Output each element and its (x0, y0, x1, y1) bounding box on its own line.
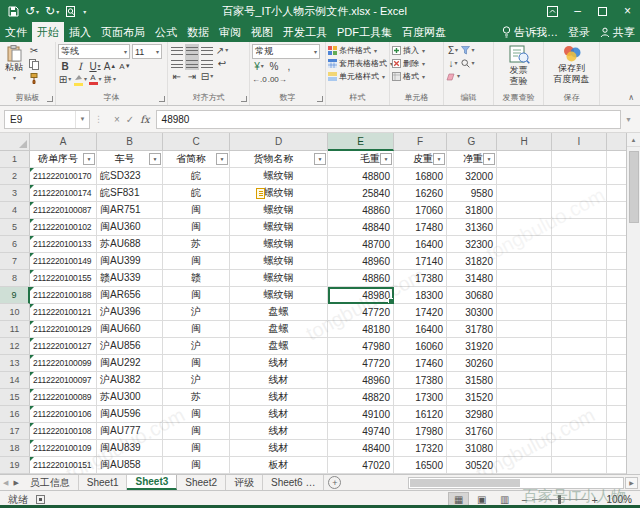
cell-F13[interactable]: 17460 (394, 355, 447, 372)
cell-I2[interactable] (552, 168, 607, 185)
column-header-F[interactable]: F (394, 133, 447, 151)
cell-G18[interactable]: 31080 (447, 440, 497, 457)
cell-E14[interactable]: 48960 (328, 372, 394, 389)
cell-H3[interactable] (497, 185, 552, 202)
cell-A14[interactable]: 2112220100097 (30, 372, 97, 389)
ribbon-display-options-icon[interactable] (540, 0, 565, 22)
cell-H15[interactable] (497, 389, 552, 406)
cell-C8[interactable]: 赣 (163, 270, 230, 287)
cell-D4[interactable]: 螺纹钢 (230, 202, 328, 219)
align-top-icon[interactable] (170, 44, 184, 57)
cell-E10[interactable]: 47720 (328, 304, 394, 321)
row-header-8[interactable]: 8 (0, 270, 30, 287)
cell-I19[interactable] (552, 457, 607, 474)
phonetic-guide-icon[interactable]: 拼▾ (103, 73, 117, 86)
cell-H12[interactable] (497, 338, 552, 355)
name-box-dropdown-icon[interactable]: ▼ (75, 111, 89, 128)
cell-F16[interactable]: 16120 (394, 406, 447, 423)
filter-dropdown-icon[interactable]: ▼ (83, 153, 95, 165)
cell-A11[interactable]: 2112220100129 (30, 321, 97, 338)
cell-D3[interactable]: 螺纹钢 (230, 185, 328, 202)
collapse-ribbon-icon[interactable]: ∧ (628, 93, 634, 102)
comma-style-icon[interactable]: , (282, 60, 296, 73)
cell-B8[interactable]: 赣AU339 (97, 270, 163, 287)
format-cells-button[interactable]: 格式▾ (392, 70, 441, 83)
delete-cells-button[interactable]: 删除▾ (392, 57, 441, 70)
decrease-indent-icon[interactable]: ⇤ (170, 70, 184, 83)
cell-H1[interactable] (497, 151, 552, 168)
select-all-corner[interactable] (0, 133, 30, 151)
ribbon-tab-PDF工具集[interactable]: PDF工具集 (332, 22, 397, 42)
cell-I7[interactable] (552, 253, 607, 270)
cell-D13[interactable]: 线材 (230, 355, 328, 372)
underline-button[interactable]: U▾ (88, 60, 102, 73)
cell-E15[interactable]: 48820 (328, 389, 394, 406)
cell-C11[interactable]: 闽 (163, 321, 230, 338)
scroll-up-icon[interactable]: ▲ (627, 133, 640, 147)
ribbon-tab-开发工具[interactable]: 开发工具 (278, 22, 332, 42)
cell-B9[interactable]: 闽AR656 (97, 287, 163, 304)
save-to-baidu-button[interactable]: 保存到百度网盘 (551, 44, 593, 86)
cell-I13[interactable] (552, 355, 607, 372)
cell-I3[interactable] (552, 185, 607, 202)
cell-E7[interactable]: 48960 (328, 253, 394, 270)
formula-input[interactable]: 48980 (156, 110, 621, 129)
cell-H13[interactable] (497, 355, 552, 372)
column-header-G[interactable]: G (447, 133, 497, 151)
cell-I4[interactable] (552, 202, 607, 219)
cell-F14[interactable]: 17380 (394, 372, 447, 389)
cancel-icon[interactable]: × (114, 114, 120, 125)
cell-I14[interactable] (552, 372, 607, 389)
decrease-font-icon[interactable]: A▼ (118, 60, 132, 73)
cell-I8[interactable] (552, 270, 607, 287)
cell-H11[interactable] (497, 321, 552, 338)
format-as-table-button[interactable]: 套用表格格式▾ (328, 57, 387, 70)
cell-I15[interactable] (552, 389, 607, 406)
cell-C13[interactable]: 闽 (163, 355, 230, 372)
cell-E6[interactable]: 48700 (328, 236, 394, 253)
ribbon-tab-公式[interactable]: 公式 (150, 22, 182, 42)
cell-A7[interactable]: 2112220100149 (30, 253, 97, 270)
cell-B2[interactable]: 皖SD323 (97, 168, 163, 185)
cell-E5[interactable]: 48840 (328, 219, 394, 236)
ribbon-tab-数据[interactable]: 数据 (182, 22, 214, 42)
filter-dropdown-icon[interactable]: ▼ (314, 153, 326, 165)
sheet-tab-Sheet1[interactable]: Sheet1 (79, 475, 128, 490)
horizontal-scroll-thumb[interactable] (410, 479, 520, 487)
font-color-icon[interactable]: A▾ (88, 73, 102, 86)
cell-F2[interactable]: 16800 (394, 168, 447, 185)
cell-B10[interactable]: 沪AU396 (97, 304, 163, 321)
cell-D6[interactable]: 螺纹钢 (230, 236, 328, 253)
cell-A9[interactable]: 2112220100188 (30, 287, 97, 304)
cell-I16[interactable] (552, 406, 607, 423)
font-dialog-launcher-icon[interactable] (159, 96, 165, 102)
cell-D10[interactable]: 盘螺 (230, 304, 328, 321)
column-header-I[interactable]: I (552, 133, 607, 151)
cell-F5[interactable]: 17480 (394, 219, 447, 236)
cell-E13[interactable]: 47720 (328, 355, 394, 372)
cell-E3[interactable]: 25840 (328, 185, 394, 202)
filter-dropdown-icon[interactable]: ▼ (483, 153, 495, 165)
cell-H16[interactable] (497, 406, 552, 423)
minimize-button[interactable]: – (565, 0, 590, 22)
cell-E12[interactable]: 47980 (328, 338, 394, 355)
cell-E16[interactable]: 49100 (328, 406, 394, 423)
cell-I10[interactable] (552, 304, 607, 321)
borders-icon[interactable]: ⊞▾ (58, 73, 72, 86)
cell-G13[interactable]: 30260 (447, 355, 497, 372)
paste-button[interactable]: 粘贴▾ (2, 44, 26, 85)
cell-C2[interactable]: 皖 (163, 168, 230, 185)
invoice-check-button[interactable]: 发票查验 (505, 44, 533, 88)
copy-icon[interactable] (27, 58, 41, 71)
ribbon-tab-视图[interactable]: 视图 (246, 22, 278, 42)
cell-C10[interactable]: 沪 (163, 304, 230, 321)
format-painter-icon[interactable] (27, 72, 41, 85)
cell-A12[interactable]: 2112220100127 (30, 338, 97, 355)
filter-dropdown-icon[interactable]: ▼ (149, 153, 161, 165)
cell-G7[interactable]: 31820 (447, 253, 497, 270)
row-header-1[interactable]: 1 (0, 151, 30, 168)
cell-H10[interactable] (497, 304, 552, 321)
cell-B5[interactable]: 闽AU360 (97, 219, 163, 236)
cell-D1[interactable]: 货物名称▼ (230, 151, 328, 168)
sheet-nav-left-icon[interactable]: ◀ (3, 479, 8, 487)
